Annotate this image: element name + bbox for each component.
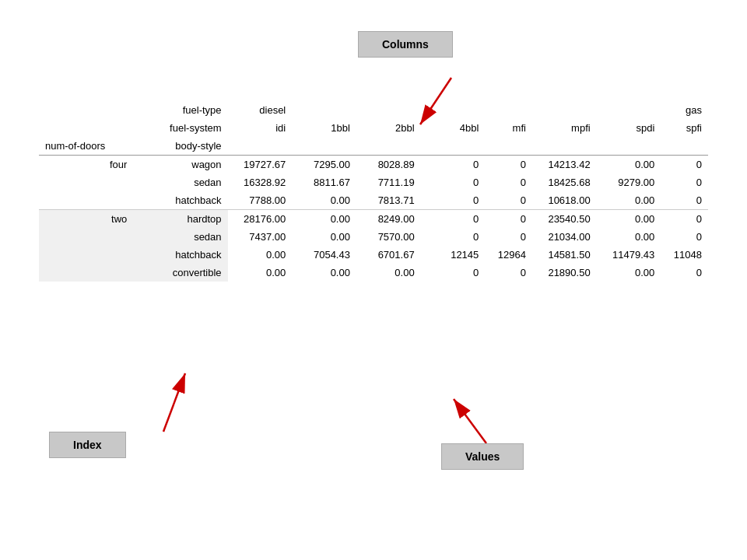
cell-4bbl: 0 xyxy=(421,173,486,191)
cell-body-style: sedan xyxy=(133,173,227,191)
header-diesel: diesel xyxy=(228,101,293,119)
cell-mpfi: 18425.68 xyxy=(532,173,597,191)
cell-1bbl: 7295.00 xyxy=(292,156,356,174)
cell-spdi: 0.00 xyxy=(597,228,661,246)
header-row-fuel-system: fuel-system idi 1bbl 2bbl 4bbl mfi mpfi … xyxy=(39,119,708,137)
cell-spfi: 0 xyxy=(661,210,708,229)
cell-mpfi: 14213.42 xyxy=(532,156,597,174)
cell-mfi: 0 xyxy=(485,210,532,229)
cell-spdi: 11479.43 xyxy=(597,246,661,264)
cell-mfi: 0 xyxy=(485,173,532,191)
table-row: two hardtop 28176.00 0.00 8249.00 0 0 23… xyxy=(39,210,708,229)
cell-1bbl: 7054.43 xyxy=(292,246,356,264)
cell-4bbl: 12145 xyxy=(421,246,486,264)
cell-num-doors xyxy=(39,173,133,191)
cell-num-doors: four xyxy=(39,156,133,174)
values-label: Values xyxy=(441,443,524,470)
cell-idi: 7788.00 xyxy=(228,191,293,210)
table-row: sedan 7437.00 0.00 7570.00 0 0 21034.00 … xyxy=(39,228,708,246)
cell-num-doors xyxy=(39,264,133,282)
header-4bbl: 4bbl xyxy=(421,119,486,137)
table-row: sedan 16328.92 8811.67 7711.19 0 0 18425… xyxy=(39,173,708,191)
cell-spdi: 0.00 xyxy=(597,191,661,210)
header-row-fuel-type: fuel-type diesel gas xyxy=(39,101,708,119)
header-num-of-doors: num-of-doors xyxy=(39,137,133,156)
cell-spfi: 0 xyxy=(661,173,708,191)
cell-spfi: 0 xyxy=(661,264,708,282)
cell-mfi: 0 xyxy=(485,228,532,246)
columns-label-text: Columns xyxy=(382,38,429,51)
header-idi: idi xyxy=(228,119,293,137)
header-fuel-type: fuel-type xyxy=(133,101,227,119)
cell-body-style: hatchback xyxy=(133,246,227,264)
header-mfi: mfi xyxy=(485,119,532,137)
cell-spdi: 0.00 xyxy=(597,264,661,282)
cell-mfi: 0 xyxy=(485,191,532,210)
cell-spdi: 0.00 xyxy=(597,210,661,229)
cell-num-doors xyxy=(39,246,133,264)
cell-idi: 28176.00 xyxy=(228,210,293,229)
header-gas: gas xyxy=(661,101,708,119)
cell-num-doors: two xyxy=(39,210,133,229)
cell-4bbl: 0 xyxy=(421,156,486,174)
cell-mpfi: 23540.50 xyxy=(532,210,597,229)
cell-2bbl: 7570.00 xyxy=(356,228,421,246)
cell-1bbl: 8811.67 xyxy=(292,173,356,191)
cell-mpfi: 14581.50 xyxy=(532,246,597,264)
cell-spfi: 0 xyxy=(661,156,708,174)
cell-2bbl: 8249.00 xyxy=(356,210,421,229)
cell-spfi: 0 xyxy=(661,228,708,246)
cell-idi: 0.00 xyxy=(228,264,293,282)
cell-body-style: hatchback xyxy=(133,191,227,210)
data-table-wrapper: fuel-type diesel gas fuel-system idi 1bb… xyxy=(39,101,708,282)
cell-4bbl: 0 xyxy=(421,191,486,210)
cell-mpfi: 10618.00 xyxy=(532,191,597,210)
cell-idi: 19727.67 xyxy=(228,156,293,174)
header-2bbl: 2bbl xyxy=(356,119,421,137)
cell-4bbl: 0 xyxy=(421,228,486,246)
cell-body-style: sedan xyxy=(133,228,227,246)
cell-spfi: 0 xyxy=(661,191,708,210)
cell-2bbl: 0.00 xyxy=(356,264,421,282)
header-1bbl: 1bbl xyxy=(292,119,356,137)
cell-idi: 0.00 xyxy=(228,246,293,264)
cell-mfi: 12964 xyxy=(485,246,532,264)
cell-1bbl: 0.00 xyxy=(292,191,356,210)
cell-spdi: 0.00 xyxy=(597,156,661,174)
cell-mpfi: 21890.50 xyxy=(532,264,597,282)
cell-mfi: 0 xyxy=(485,156,532,174)
cell-idi: 7437.00 xyxy=(228,228,293,246)
cell-1bbl: 0.00 xyxy=(292,228,356,246)
index-label-text: Index xyxy=(73,439,102,451)
pivot-table: fuel-type diesel gas fuel-system idi 1bb… xyxy=(39,101,708,282)
header-mpfi: mpfi xyxy=(532,119,597,137)
header-row-index-cols: num-of-doors body-style xyxy=(39,137,708,156)
cell-idi: 16328.92 xyxy=(228,173,293,191)
cell-2bbl: 6701.67 xyxy=(356,246,421,264)
values-label-text: Values xyxy=(465,450,500,463)
cell-2bbl: 7711.19 xyxy=(356,173,421,191)
cell-body-style: hardtop xyxy=(133,210,227,229)
cell-mfi: 0 xyxy=(485,264,532,282)
cell-body-style: wagon xyxy=(133,156,227,174)
table-row: convertible 0.00 0.00 0.00 0 0 21890.50 … xyxy=(39,264,708,282)
table-row: hatchback 7788.00 0.00 7813.71 0 0 10618… xyxy=(39,191,708,210)
header-spfi: spfi xyxy=(661,119,708,137)
cell-spdi: 9279.00 xyxy=(597,173,661,191)
cell-1bbl: 0.00 xyxy=(292,264,356,282)
header-fuel-system: fuel-system xyxy=(133,119,227,137)
cell-2bbl: 7813.71 xyxy=(356,191,421,210)
columns-label: Columns xyxy=(358,31,453,58)
cell-4bbl: 0 xyxy=(421,210,486,229)
cell-num-doors xyxy=(39,191,133,210)
cell-spfi: 11048 xyxy=(661,246,708,264)
table-row: hatchback 0.00 7054.43 6701.67 12145 129… xyxy=(39,246,708,264)
svg-line-3 xyxy=(454,399,486,443)
header-body-style: body-style xyxy=(133,137,227,156)
cell-mpfi: 21034.00 xyxy=(532,228,597,246)
cell-num-doors xyxy=(39,228,133,246)
header-spdi: spdi xyxy=(597,119,661,137)
cell-2bbl: 8028.89 xyxy=(356,156,421,174)
svg-line-2 xyxy=(163,373,185,432)
index-label: Index xyxy=(49,432,126,458)
